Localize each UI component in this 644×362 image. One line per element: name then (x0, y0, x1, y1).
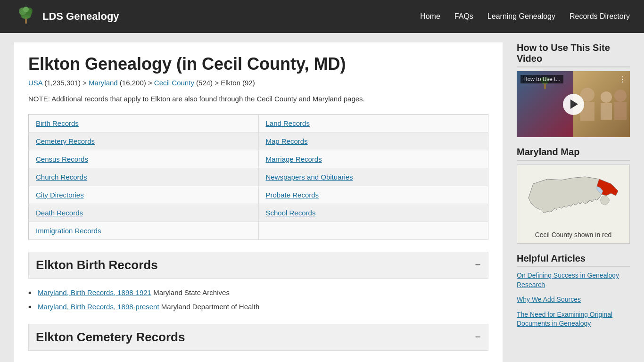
map-section-title: Maryland Map (517, 147, 630, 161)
map-container[interactable]: Cecil County shown in red (517, 165, 630, 244)
record-link[interactable]: School Records (266, 209, 316, 217)
site-header: LDS Genealogy Home FAQs Learning Genealo… (0, 0, 644, 33)
online-badge: ONLINE (257, 361, 284, 362)
record-link[interactable]: Newspapers and Obituaries (266, 173, 353, 181)
nav-faqs[interactable]: FAQs (454, 12, 473, 21)
logo-icon (14, 5, 38, 28)
article-link-3[interactable]: The Need for Examining Original Document… (517, 310, 630, 329)
table-row: Death RecordsSchool Records (29, 204, 488, 222)
birth-records-content: Maryland, Birth Records, 1898-1921 Maryl… (28, 283, 488, 321)
play-triangle-icon (570, 99, 578, 109)
cemetery-records-title: Elkton Cemetery Records (36, 330, 185, 345)
svg-point-5 (21, 15, 31, 19)
record-link[interactable]: Probate Records (266, 191, 319, 199)
record-link[interactable]: Land Records (266, 119, 310, 127)
video-thumbnail[interactable]: How to Use t... ⋮ (517, 71, 630, 137)
map-section: Maryland Map Cecil County shown in red (517, 147, 630, 244)
video-section: How to Use This Site Video (517, 42, 630, 137)
birth-records-collapse-btn[interactable]: − (475, 259, 481, 271)
record-link[interactable]: City Directories (36, 191, 84, 199)
cemetery-record-link-1[interactable]: Cherry Hill United Methodist Church Ceme… (38, 361, 256, 362)
table-row: City DirectoriesProbate Records (29, 186, 488, 204)
nav-records[interactable]: Records Directory (570, 12, 630, 21)
table-row: Birth RecordsLand Records (29, 114, 488, 132)
record-link[interactable]: Church Records (36, 173, 87, 181)
breadcrumb: USA (1,235,301) > Maryland (16,200) > Ce… (28, 79, 488, 87)
breadcrumb-maryland[interactable]: Maryland (89, 79, 118, 87)
table-row: Cemetery RecordsMap Records (29, 132, 488, 150)
record-link[interactable]: Immigration Records (36, 227, 101, 235)
list-item: Cherry Hill United Methodist Church Ceme… (28, 358, 488, 362)
cemetery-records-section-header: Elkton Cemetery Records − (28, 324, 488, 351)
cemetery-records-content: Cherry Hill United Methodist Church Ceme… (28, 355, 488, 362)
breadcrumb-county[interactable]: Cecil County (154, 79, 194, 87)
list-item: Maryland, Birth Records, 1898-present Ma… (28, 300, 488, 314)
record-link[interactable]: Map Records (266, 137, 308, 145)
note-text: NOTE: Additional records that apply to E… (28, 94, 488, 105)
articles-section-title: Helpful Articles (517, 253, 630, 267)
content-wrapper: Elkton Genealogy (in Cecil County, MD) U… (0, 33, 644, 362)
map-caption: Cecil County shown in red (522, 231, 625, 239)
article-link-1[interactable]: On Defining Success in Genealogy Researc… (517, 271, 630, 289)
breadcrumb-usa[interactable]: USA (28, 79, 42, 87)
records-tbody: Birth RecordsLand RecordsCemetery Record… (29, 114, 488, 239)
table-row: Immigration Records (29, 222, 488, 239)
record-link[interactable]: Death Records (36, 209, 83, 217)
birth-records-section-header: Elkton Birth Records − (28, 252, 488, 279)
main-content: Elkton Genealogy (in Cecil County, MD) U… (14, 42, 503, 362)
record-link[interactable]: Marriage Records (266, 155, 322, 163)
page-title: Elkton Genealogy (in Cecil County, MD) (28, 54, 488, 74)
main-nav: Home FAQs Learning Genealogy Records Dir… (420, 12, 630, 21)
birth-record-link-2[interactable]: Maryland, Birth Records, 1898-present (38, 303, 159, 311)
articles-section: Helpful Articles On Defining Success in … (517, 253, 630, 329)
nav-home[interactable]: Home (420, 12, 440, 21)
logo-area: LDS Genealogy (14, 5, 119, 28)
table-row: Church RecordsNewspapers and Obituaries (29, 168, 488, 186)
record-link[interactable]: Census Records (36, 155, 88, 163)
video-menu-dots[interactable]: ⋮ (619, 75, 626, 84)
list-item: Maryland, Birth Records, 1898-1921 Maryl… (28, 286, 488, 300)
maryland-map-svg (524, 170, 623, 226)
birth-records-title: Elkton Birth Records (36, 258, 158, 272)
cemetery-records-collapse-btn[interactable]: − (475, 331, 481, 343)
logo-text[interactable]: LDS Genealogy (42, 10, 119, 23)
record-link[interactable]: Birth Records (36, 119, 79, 127)
nav-learning[interactable]: Learning Genealogy (487, 12, 555, 21)
svg-point-3 (23, 7, 29, 12)
table-row: Census RecordsMarriage Records (29, 150, 488, 168)
sidebar: How to Use This Site Video (517, 42, 630, 362)
record-link[interactable]: Cemetery Records (36, 137, 95, 145)
birth-record-link-1[interactable]: Maryland, Birth Records, 1898-1921 (38, 288, 151, 296)
article-link-2[interactable]: Why We Add Sources (517, 295, 630, 304)
records-table: Birth RecordsLand RecordsCemetery Record… (28, 114, 488, 240)
video-label: How to Use t... (520, 75, 563, 83)
video-section-title: How to Use This Site Video (517, 42, 630, 67)
play-button[interactable] (563, 94, 584, 115)
